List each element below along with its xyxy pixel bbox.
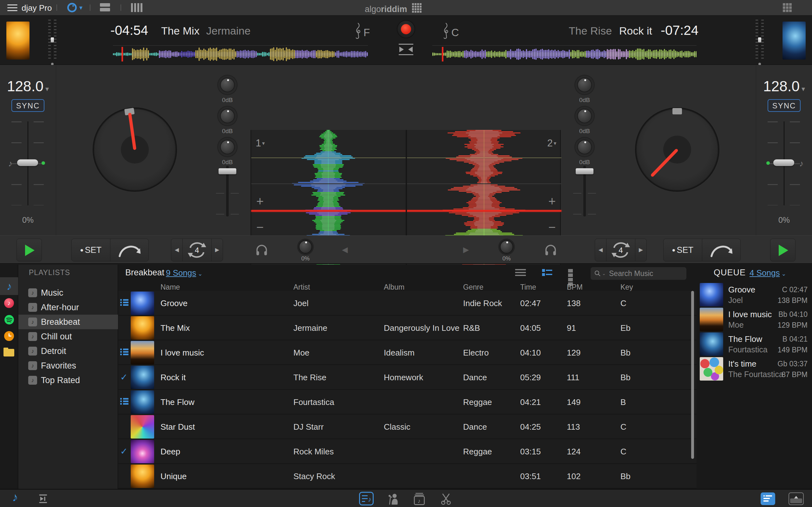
- deck1-cue-set-button[interactable]: ●SET: [72, 239, 110, 261]
- deck2-bpm-display[interactable]: 128.0▾: [756, 78, 812, 95]
- table-header-cell[interactable]: Album: [384, 283, 404, 291]
- table-header-cell[interactable]: Time: [520, 283, 536, 291]
- deck2-pitch-slider[interactable]: ♪: [756, 121, 812, 216]
- music-library-icon[interactable]: ♪: [4, 281, 14, 291]
- deck2-cue-set-button[interactable]: ●SET: [664, 239, 702, 261]
- deck2-volume-handle[interactable]: [576, 168, 594, 174]
- search-input[interactable]: ⌄ Search Music: [591, 267, 687, 280]
- deck1-eq-low-knob[interactable]: [220, 140, 235, 154]
- crossfader-right-arrow[interactable]: ▶: [463, 245, 469, 254]
- track-row[interactable]: I love musicMoeIdealismElectro04:10129Bb: [118, 340, 697, 365]
- view-list-detailed-icon[interactable]: [542, 269, 553, 277]
- albums-icon[interactable]: ♪: [412, 492, 426, 505]
- deck1-zoom-in-button[interactable]: +: [256, 196, 264, 206]
- library-songs-button[interactable]: ♪: [359, 492, 374, 505]
- tracklist-scrollbar[interactable]: [691, 291, 694, 459]
- deck1-jog-wheel[interactable]: [93, 107, 177, 192]
- track-row[interactable]: UniqueStacy Rock03:51102Bb: [118, 464, 697, 489]
- hamburger-menu-icon[interactable]: [7, 4, 17, 11]
- deck2-eq-high-knob[interactable]: [577, 78, 592, 92]
- files-folder-icon[interactable]: [3, 349, 14, 356]
- band-guitars-icon[interactable]: [439, 492, 453, 505]
- queue-item[interactable]: GrooveC 02:47Joel138 BPM: [697, 282, 812, 307]
- playlist-item[interactable]: ♪Chill out: [18, 329, 118, 344]
- deck1-loop-button[interactable]: 4: [183, 239, 212, 261]
- track-row[interactable]: Star DustDJ StarrClassicDance04:25113C: [118, 414, 697, 439]
- track-row[interactable]: The MixJermaineDangerously In LoveR&B04:…: [118, 316, 697, 340]
- chevron-down-icon[interactable]: ▾: [79, 4, 83, 11]
- deck1-headphone-cue-button[interactable]: [255, 243, 269, 257]
- deck1-cue-mix-knob[interactable]: [299, 240, 312, 253]
- deck1-loop-increase-button[interactable]: ▶: [212, 239, 223, 261]
- view-list-simple-icon[interactable]: [515, 269, 526, 277]
- deck1-cue-jump-button[interactable]: [110, 239, 149, 261]
- deck1-pitch-slider[interactable]: ♪: [0, 121, 56, 216]
- queue-panel-toggle-button[interactable]: [761, 493, 775, 505]
- deck2-zoom-out-button[interactable]: −: [548, 222, 556, 232]
- apps-grid-icon[interactable]: [783, 3, 794, 13]
- table-header-cell[interactable]: BPM: [567, 283, 583, 291]
- deck2-jog-wheel[interactable]: [635, 107, 719, 192]
- deck2-play-button[interactable]: [770, 239, 796, 262]
- deck2-loop-decrease-button[interactable]: ◀: [595, 239, 606, 261]
- playlist-item[interactable]: ♪Top Rated: [18, 373, 118, 388]
- apple-music-icon[interactable]: ♪: [4, 298, 14, 308]
- singer-karaoke-icon[interactable]: [386, 492, 400, 505]
- spotify-icon[interactable]: [4, 315, 14, 325]
- song-count-dropdown[interactable]: 9 Songs⌄: [166, 268, 203, 278]
- deck2-cue-mix-knob[interactable]: [500, 240, 513, 253]
- deck2-waveform-overview[interactable]: [432, 47, 697, 61]
- playlist-item[interactable]: ♪After-hour: [18, 300, 118, 315]
- deck1-bpm-display[interactable]: 128.0▾: [0, 78, 56, 95]
- playlist-item[interactable]: ♪Detroit: [18, 344, 118, 358]
- deck1-eq-mid-knob[interactable]: [220, 109, 235, 123]
- deck2-pitch-handle[interactable]: [773, 159, 794, 166]
- track-row[interactable]: ✓DeepRock MilesReggae03:15124C: [118, 439, 697, 464]
- history-icon[interactable]: [4, 331, 14, 341]
- deck1-zoom-out-button[interactable]: −: [256, 222, 264, 232]
- deck1-waveform-overview[interactable]: [113, 47, 368, 61]
- automix-button[interactable]: [399, 44, 413, 55]
- deck1-number-dropdown[interactable]: 1▾: [256, 137, 265, 149]
- track-row[interactable]: ✓Rock itThe RiseHomeworkDance05:29111Bb: [118, 365, 697, 390]
- track-row[interactable]: The FlowFourtasticaReggae04:21149B: [118, 390, 697, 414]
- deck2-zoom-in-button[interactable]: +: [548, 196, 556, 206]
- deck1-volume-fader[interactable]: [208, 166, 247, 220]
- precueing-mixer-icon[interactable]: [38, 493, 49, 504]
- table-header-cell[interactable]: Artist: [293, 283, 310, 291]
- table-header-cell[interactable]: Genre: [463, 283, 484, 291]
- deck1-eq-high-knob[interactable]: [220, 78, 235, 92]
- keyboard-drawer-button[interactable]: [789, 493, 804, 505]
- turntable-icon[interactable]: [67, 3, 77, 12]
- library-columns-icon[interactable]: [131, 3, 144, 13]
- deck2-eq-mid-knob[interactable]: [577, 109, 592, 123]
- deck2-sync-button[interactable]: SYNC: [768, 99, 801, 112]
- deck2-loop-button[interactable]: 4: [606, 239, 635, 261]
- playlist-item[interactable]: ♪Breakbeat: [18, 315, 118, 329]
- track-row[interactable]: GrooveJoelIndie Rock02:47138C: [118, 291, 697, 316]
- deck1-sync-button[interactable]: SYNC: [11, 99, 44, 112]
- playlist-item[interactable]: ♪Music: [18, 285, 118, 300]
- table-header-cell[interactable]: Name: [160, 283, 180, 291]
- record-button[interactable]: [397, 20, 415, 38]
- deck-layout-icon[interactable]: [100, 3, 110, 13]
- queue-item[interactable]: The FlowB 04:21Fourtastica149 BPM: [697, 332, 812, 356]
- deck1-loop-decrease-button[interactable]: ◀: [171, 239, 183, 261]
- view-grid-icon[interactable]: [568, 269, 579, 277]
- deck1-volume-handle[interactable]: [218, 168, 236, 174]
- table-header-cell[interactable]: Key: [620, 283, 633, 291]
- queue-item[interactable]: I love musicBb 04:10Moe129 BPM: [697, 307, 812, 332]
- playlist-item[interactable]: ♪Favorites: [18, 358, 118, 373]
- deck2-cue-jump-button[interactable]: [702, 239, 741, 261]
- deck2-volume-fader[interactable]: [565, 166, 604, 220]
- toolbar-music-icon[interactable]: ♪: [12, 492, 18, 502]
- queue-count-dropdown[interactable]: 4 Songs⌄: [750, 268, 786, 278]
- deck1-play-button[interactable]: [16, 239, 42, 262]
- queue-item[interactable]: It's timeGb 03:37The Fourtastica87 BPM: [697, 356, 812, 381]
- crossfader-left-arrow[interactable]: ◀: [342, 245, 348, 254]
- deck1-pitch-handle[interactable]: [17, 159, 38, 166]
- deck2-headphone-cue-button[interactable]: [544, 243, 558, 257]
- deck2-eq-low-knob[interactable]: [577, 140, 592, 154]
- deck2-number-dropdown[interactable]: 2▾: [547, 137, 556, 149]
- deck2-loop-increase-button[interactable]: ▶: [635, 239, 647, 261]
